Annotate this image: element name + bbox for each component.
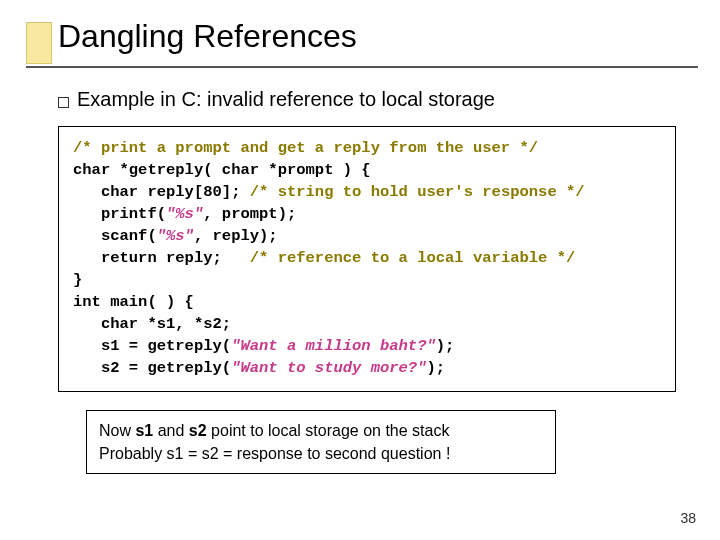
note-line-1: Now s1 and s2 point to local storage on … — [99, 419, 543, 442]
title-accent-box — [26, 22, 52, 64]
code-line: s1 = getreply( — [73, 337, 231, 355]
bullet-item: Example in C: invalid reference to local… — [58, 88, 495, 111]
note-bold: s2 — [189, 422, 207, 439]
note-text: and — [153, 422, 189, 439]
code-comment: /* print a prompt and get a reply from t… — [73, 139, 538, 157]
note-box: Now s1 and s2 point to local storage on … — [86, 410, 556, 474]
page-number: 38 — [680, 510, 696, 526]
slide-title: Dangling References — [58, 18, 357, 55]
code-line: printf( — [73, 205, 166, 223]
code-line: ); — [436, 337, 455, 355]
code-line: } — [73, 271, 82, 289]
code-string: "%s" — [157, 227, 194, 245]
code-line: int main( ) { — [73, 293, 194, 311]
code-string: "Want a million baht?" — [231, 337, 436, 355]
note-text: Now — [99, 422, 135, 439]
code-line: s2 = getreply( — [73, 359, 231, 377]
code-line: char *s1, *s2; — [73, 315, 231, 333]
code-line: , reply); — [194, 227, 278, 245]
code-comment: /* reference to a local variable */ — [250, 249, 576, 267]
note-line-2: Probably s1 = s2 = response to second qu… — [99, 442, 543, 465]
bullet-text: Example in C: invalid reference to local… — [77, 88, 495, 111]
code-line: char reply[80]; — [73, 183, 250, 201]
note-bold: s1 — [135, 422, 153, 439]
bullet-square-icon — [58, 97, 69, 108]
code-line: ); — [426, 359, 445, 377]
title-underline — [26, 66, 698, 68]
code-line: char *getreply( char *prompt ) { — [73, 161, 371, 179]
slide: Dangling References Example in C: invali… — [0, 0, 720, 540]
note-text: point to local storage on the stack — [207, 422, 450, 439]
code-line: , prompt); — [203, 205, 296, 223]
code-line: scanf( — [73, 227, 157, 245]
code-comment: /* string to hold user's response */ — [250, 183, 585, 201]
code-string: "%s" — [166, 205, 203, 223]
code-block: /* print a prompt and get a reply from t… — [58, 126, 676, 392]
code-string: "Want to study more?" — [231, 359, 426, 377]
code-line: return reply; — [73, 249, 250, 267]
